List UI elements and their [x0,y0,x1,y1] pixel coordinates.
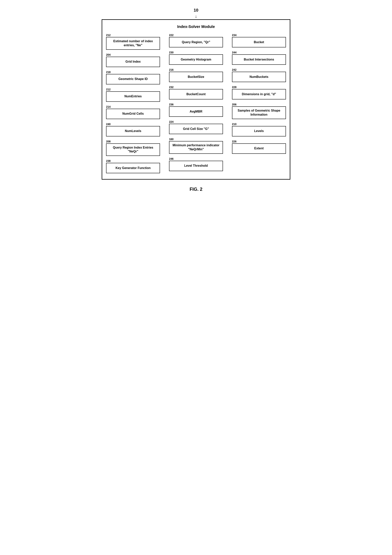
item-wrapper: 234Bucket [232,34,286,47]
item-number: 226 [232,140,286,143]
item-number: 246 [169,157,223,160]
item-wrapper: 218Geometric Shape ID [106,71,160,84]
item-wrapper: 236AvgMBR [169,103,223,117]
item-box: NumEntries [106,91,160,102]
arrow-down: ↓ [195,14,197,19]
item-box: Geometric Shape ID [106,74,160,84]
item-wrapper: 216BucketSize [169,68,223,82]
item-box: Grid Index [106,57,160,67]
item-wrapper: 208Query Region Index Entries "NeQr" [106,140,160,156]
item-box: Geometry Histogram [169,54,223,65]
item-number: 204 [106,53,160,56]
item-box: Minimum performance indicator "NeQrMin" [169,141,223,154]
item-wrapper: 230Geometry Histogram [169,51,223,65]
item-wrapper: 222Query Region, "Qr" [169,34,223,47]
column-2: 234Bucket244Bucket Intersections242NumBu… [232,34,286,173]
module-title: Index-Solver Module [106,24,286,29]
fig-label: FIG. 2 [190,187,203,192]
item-number: 244 [232,51,286,54]
item-number: 212 [106,34,160,37]
item-wrapper: 228Dimensions in grid, "d" [232,86,286,99]
item-wrapper: 246Level Threshold [169,157,223,171]
item-number: 230 [169,51,223,54]
item-number: 232 [169,86,223,89]
outer-border: Index-Solver Module 212Estimated number … [102,19,290,180]
item-box: Grid Cell Size "G" [169,124,223,134]
item-wrapper: 206Samples of Geometric Shape Informatio… [232,103,286,119]
item-number: 210 [232,123,286,126]
item-number: 224 [169,120,223,123]
item-wrapper: 210Levels [232,123,286,136]
item-wrapper: 160Minimum performance indicator "NeQrMi… [169,138,223,154]
item-number: 160 [169,138,223,141]
item-number: 214 [106,105,160,108]
item-wrapper: 224Grid Cell Size "G" [169,120,223,134]
item-number: 216 [169,68,223,71]
item-number: 228 [232,86,286,89]
item-number: 212 [106,88,160,91]
columns-container: 212Estimated number of index entries, "N… [106,34,286,173]
item-number: 218 [106,71,160,74]
item-box: AvgMBR [169,106,223,117]
item-wrapper: 204Grid Index [106,53,160,67]
item-box: Estimated number of index entries, "Ne" [106,37,160,50]
column-1: 222Query Region, "Qr"230Geometry Histogr… [169,34,223,173]
item-box: Levels [232,126,286,136]
item-box: NumLevels [106,126,160,136]
item-number: 222 [169,34,223,37]
top-number: 10 [194,8,198,13]
item-wrapper: 212Estimated number of index entries, "N… [106,34,160,50]
item-box: BucketSize [169,72,223,82]
item-wrapper: 212NumEntries [106,88,160,102]
item-box: Extent [232,143,286,154]
item-box: Level Threshold [169,161,223,171]
item-box: Bucket Intersections [232,54,286,65]
item-box: Query Region, "Qr" [169,37,223,47]
item-box: Query Region Index Entries "NeQr" [106,143,160,156]
item-box: Bucket [232,37,286,47]
item-wrapper: 214NumGrid Cells [106,105,160,119]
item-number: 234 [232,34,286,37]
item-wrapper: 240NumLevels [106,123,160,136]
item-wrapper: 242NumBuckets [232,68,286,82]
item-wrapper: 238Key Generator Function [106,159,160,173]
item-wrapper: 244Bucket Intersections [232,51,286,65]
item-number: 206 [232,103,286,106]
item-box: Key Generator Function [106,163,160,173]
item-wrapper: 226Extent [232,140,286,154]
item-wrapper: 232BucketCount [169,86,223,99]
item-number: 208 [106,140,160,143]
column-0: 212Estimated number of index entries, "N… [106,34,160,173]
item-box: Dimensions in grid, "d" [232,89,286,99]
item-box: BucketCount [169,89,223,99]
item-box: NumGrid Cells [106,109,160,119]
item-number: 242 [232,68,286,71]
item-box: Samples of Geometric Shape Information [232,106,286,119]
item-number: 236 [169,103,223,106]
item-number: 238 [106,159,160,162]
item-number: 240 [106,123,160,126]
item-box: NumBuckets [232,72,286,82]
